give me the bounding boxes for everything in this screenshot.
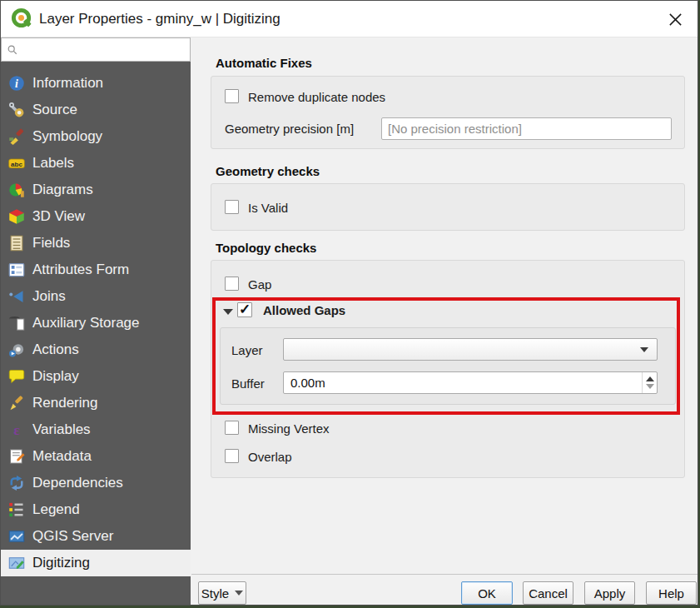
qgis-logo-icon [11,7,33,30]
svg-text:abc: abc [11,161,22,168]
buffer-spinner[interactable]: 0.00m [283,371,658,394]
sidebar-item-information[interactable]: iInformation [1,70,191,97]
sidebar-item-3d-view[interactable]: 3D View [1,203,191,230]
cancel-button-label: Cancel [529,586,568,601]
sidebar-item-source[interactable]: Source [1,97,191,123]
sidebar-item-label: QGIS Server [32,528,113,545]
sidebar-item-label: Fields [32,235,70,252]
layer-select[interactable] [283,338,658,361]
section-title-automatic-fixes: Automatic Fixes [216,56,312,70]
sidebar-item-diagrams[interactable]: Diagrams [1,177,191,203]
3d-view-icon [8,208,25,225]
digitizing-icon [8,555,25,571]
buffer-value: 0.00m [284,376,642,390]
source-icon [8,102,25,118]
window-title: Layer Properties - gminy_w | Digitizing [39,11,280,27]
sidebar-item-attributes-form[interactable]: Attributes Form [1,257,191,283]
search-box[interactable] [1,37,191,62]
overlap-label: Overlap [248,450,292,464]
qgis-server-icon [8,528,25,545]
sidebar-item-label: Digitizing [32,555,90,571]
apply-button-label: Apply [594,586,626,601]
sidebar-item-variables[interactable]: εVariables [1,416,191,443]
sidebar-item-auxiliary-storage[interactable]: Auxiliary Storage [1,310,191,336]
allowed-gaps-expander-icon[interactable] [223,309,233,315]
help-button[interactable]: Help [646,581,697,605]
metadata-icon [8,448,25,465]
section-title-topology-checks: Topology checks [216,241,316,255]
joins-icon [8,288,25,305]
style-button-label: Style [201,586,229,601]
sidebar-item-digitizing[interactable]: Digitizing [1,550,191,576]
is-valid-checkbox[interactable] [225,200,239,214]
sidebar-item-label: 3D View [32,208,85,225]
sidebar-item-labels[interactable]: abcLabels [1,150,191,177]
geometry-checks-group: Is Valid [211,183,685,231]
sidebar-item-metadata[interactable]: Metadata [1,443,191,470]
allowed-gaps-subgroup: Layer Buffer 0.00m [220,327,676,405]
automatic-fixes-group: Remove duplicate nodes Geometry precisio… [211,76,685,149]
sidebar-item-display[interactable]: Display [1,363,191,390]
spin-down-icon[interactable] [646,384,654,389]
symbology-icon [8,128,25,145]
sidebar-item-joins[interactable]: Joins [1,283,191,310]
buffer-label: Buffer [231,376,265,391]
allowed-gaps-checkbox[interactable]: ✓ [237,302,252,317]
remove-duplicate-nodes-checkbox[interactable] [225,89,239,103]
svg-text:i: i [15,77,18,90]
topology-checks-group: Gap ✓ Allowed Gaps Layer Buffer 0.00m [211,260,685,478]
checkmark: ✓ [239,302,251,316]
sidebar-item-label: Source [32,102,77,118]
close-icon[interactable] [666,10,684,28]
titlebar: Layer Properties - gminy_w | Digitizing [1,1,698,37]
sidebar-item-actions[interactable]: Actions [1,336,191,363]
chevron-down-icon [235,591,243,596]
rendering-icon [8,395,25,411]
remove-duplicate-nodes-label: Remove duplicate nodes [248,90,385,104]
sidebar-item-symbology[interactable]: Symbology [1,123,191,150]
display-icon [8,368,25,385]
gap-checkbox[interactable] [225,277,239,291]
sidebar-item-dependencies[interactable]: Dependencies [1,470,191,496]
overlap-checkbox[interactable] [225,449,239,463]
sidebar-item-legend[interactable]: Legend [1,496,191,523]
footer: Style OK Cancel Apply Help [191,575,698,605]
sidebar-item-qgis-server[interactable]: QGIS Server [1,523,191,550]
sidebar: iInformationSourceSymbologyabcLabelsDiag… [1,62,191,605]
help-button-label: Help [658,586,684,601]
sidebar-item-label: Dependencies [32,475,123,491]
sidebar-item-label: Diagrams [32,182,93,198]
sidebar-item-label: Symbology [32,128,102,145]
fields-icon [8,235,25,252]
search-input[interactable] [22,38,190,61]
sidebar-item-label: Auxiliary Storage [32,315,140,331]
missing-vertex-label: Missing Vertex [248,421,330,436]
section-title-geometry-checks: Geometry checks [216,164,320,178]
information-icon: i [8,75,25,92]
chevron-down-icon [640,347,648,352]
attributes-form-icon [8,262,25,278]
sidebar-item-label: Attributes Form [32,262,129,278]
style-dropdown-button[interactable]: Style [198,581,246,605]
ok-button-label: OK [478,586,496,601]
sidebar-item-label: Rendering [32,395,97,411]
sidebar-item-label: Actions [32,341,79,358]
labels-icon: abc [8,155,25,172]
ok-button[interactable]: OK [461,581,513,605]
sidebar-item-label: Display [32,368,79,385]
cancel-button[interactable]: Cancel [523,581,573,605]
sidebar-item-fields[interactable]: Fields [1,230,191,257]
sidebar-item-label: Joins [32,288,66,305]
actions-icon [8,341,25,358]
missing-vertex-checkbox[interactable] [225,421,239,435]
diagrams-icon [8,182,25,198]
is-valid-label: Is Valid [248,201,288,215]
sidebar-item-rendering[interactable]: Rendering [1,390,191,416]
variables-icon: ε [8,421,25,438]
layer-label: Layer [231,343,263,357]
geometry-precision-input[interactable] [381,117,672,140]
spinner-buttons[interactable] [642,372,657,393]
apply-button[interactable]: Apply [584,581,635,605]
spin-up-icon[interactable] [646,376,654,381]
sidebar-item-label: Information [32,75,103,92]
